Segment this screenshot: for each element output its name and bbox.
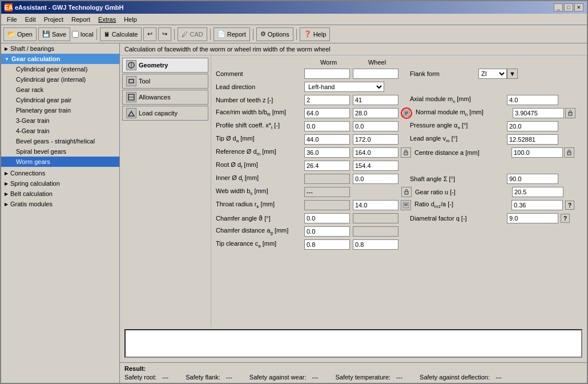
sidebar-item-spiral[interactable]: Spiral bevel gears [1,146,119,157]
ratio-dm1a-input[interactable] [512,200,563,210]
help-button[interactable]: ❓ Help [300,27,331,41]
num-teeth-label: Number of teeth z [-] [216,97,304,103]
flank-form-select[interactable]: ZI ZA ZN [478,69,507,79]
options-icon: ⚙ [260,30,266,38]
sidebar-item-planetary[interactable]: Planetary gear train [1,105,119,115]
menu-help[interactable]: Help [120,15,140,24]
face-width-worm-input[interactable] [304,108,350,118]
open-button[interactable]: 📂 Open [3,27,37,41]
svg-rect-2 [129,79,134,83]
sidebar-item-gear-calc[interactable]: ▼ Gear calculation [1,54,119,64]
local-checkbox[interactable] [72,31,79,38]
lead-direction-select[interactable]: Left-hand Right-hand [304,82,384,92]
comment-label: Comment [216,70,304,77]
sidebar-item-label: Gear calculation [11,55,61,62]
report-button[interactable]: 📄 Report [214,27,250,41]
sidebar-item-3gear[interactable]: 3-Gear train [1,115,119,126]
pressure-angle-label: Pressure angle αn [°] [410,122,507,130]
sidebar-item-label: Spring calculation [10,180,60,187]
face-width-calc-btn[interactable] [401,107,412,119]
sidebar-item-connections[interactable]: ▶ Connections [1,168,119,178]
throat-radius-label: Throat radius rk [mm] [216,201,304,209]
normal-module-lock-btn[interactable] [565,108,575,118]
sidebar-item-gratis[interactable]: ▶ Gratis modules [1,199,119,209]
chamfer-dist-row: Chamfer distance ag [mm] [216,226,582,237]
undo-button[interactable]: ↩ [143,27,156,41]
lead-angle-input[interactable] [507,134,558,145]
web-width-label: Web width bs [mm] [216,187,304,196]
comment-worm-input[interactable] [304,69,350,79]
face-width-wheel-input[interactable] [353,108,398,118]
sidebar-item-cyl-pair[interactable]: Cylindrical gear pair [1,95,119,105]
tab-allowances[interactable]: Allowances [122,90,208,105]
column-headers: Worm Wheel [216,59,582,66]
redo-button[interactable]: ↪ [158,27,171,41]
normal-module-input[interactable] [513,108,564,118]
menu-report[interactable]: Report [68,15,94,24]
sidebar-item-belt[interactable]: ▶ Belt calculation [1,189,119,199]
ratio-question-btn[interactable]: ? [565,201,574,210]
profile-shift-worm-input[interactable] [304,121,350,131]
tip-clearance-wheel-input[interactable] [353,239,398,250]
tip-clearance-label: Tip clearance ca [mm] [216,240,304,249]
cad-button[interactable]: 🖊 CAD [178,27,207,41]
geometry-icon [126,60,136,70]
diametral-factor-label: Diametral factor q [-] [410,215,507,222]
cad-icon: 🖊 [182,31,188,38]
options-button[interactable]: ⚙ Options [256,27,293,41]
save-icon: 💾 [42,30,50,38]
tip-clearance-worm-input[interactable] [304,239,350,250]
axial-module-input[interactable] [507,95,558,105]
sidebar-item-spring[interactable]: ▶ Spring calculation [1,178,119,189]
shaft-angle-input[interactable] [507,174,558,184]
chamfer-angle-worm-input[interactable] [304,213,350,223]
tip-dia-wheel-input[interactable] [353,134,398,145]
sidebar-item-4gear[interactable]: 4-Gear train [1,126,119,136]
centre-dist-input[interactable] [512,147,563,158]
tip-dia-worm-input[interactable] [304,134,350,145]
ref-dia-lock-btn[interactable] [401,147,411,158]
web-width-lock-btn[interactable] [401,187,412,197]
chamfer-dist-worm-input[interactable] [304,226,350,237]
diametral-factor-input[interactable] [507,213,558,223]
gear-ratio-input[interactable] [512,187,563,197]
centre-dist-lock-btn[interactable] [564,147,574,158]
ref-dia-wheel-input[interactable] [353,147,398,158]
menu-extras[interactable]: Extras [95,15,119,24]
minimize-button[interactable]: _ [554,3,563,11]
save-button[interactable]: 💾 Save [38,27,70,41]
root-dia-wheel-input[interactable] [353,161,398,171]
sidebar-item-gear-rack[interactable]: Gear rack [1,85,119,95]
close-button[interactable]: ✕ [574,3,583,11]
profile-shift-wheel-input[interactable] [353,121,398,131]
sidebar-item-shaft[interactable]: ▶ Shaft / bearings [1,43,119,54]
sidebar-item-cyl-int[interactable]: Cylindrical gear (internal) [1,74,119,85]
sidebar-item-worm[interactable]: Worm gears [1,157,119,167]
comment-wheel-input[interactable] [353,69,398,79]
menu-project[interactable]: Project [41,15,67,24]
diametral-question-btn[interactable]: ? [561,214,570,223]
calculate-button[interactable]: 🖩 Calculate [100,27,142,41]
inner-dia-wheel-input[interactable] [353,174,398,184]
throat-radius-calc-btn[interactable] [401,200,411,210]
tab-load-capacity[interactable]: Load capacity [122,106,208,121]
sidebar-item-cyl-ext[interactable]: Cylindrical gear (external) [1,64,119,74]
flank-form-arrow[interactable]: ▼ [507,69,518,79]
web-width-worm-input [304,187,350,197]
result-safety-root: Safety root: --- [124,374,168,381]
inner-dia-label: Inner Ø di [mm] [216,174,304,183]
pressure-angle-input[interactable] [507,121,558,131]
tab-tool[interactable]: Tool [122,74,208,89]
num-teeth-wheel-input[interactable] [353,95,398,105]
throat-radius-wheel-input[interactable] [353,200,398,210]
root-dia-worm-input[interactable] [304,161,350,171]
num-teeth-worm-input[interactable] [304,95,350,105]
tab-allowances-label: Allowances [139,94,171,101]
sidebar-item-bevel[interactable]: Bevel gears - straight/helical [1,136,119,146]
menu-edit[interactable]: Edit [22,15,39,24]
tab-geometry[interactable]: Geometry [122,58,208,73]
web-width-row: Web width bs [mm] Gear ratio u [-] [216,186,582,198]
maximize-button[interactable]: □ [564,3,573,11]
ref-dia-worm-input[interactable] [304,147,350,158]
menu-file[interactable]: File [3,15,21,24]
